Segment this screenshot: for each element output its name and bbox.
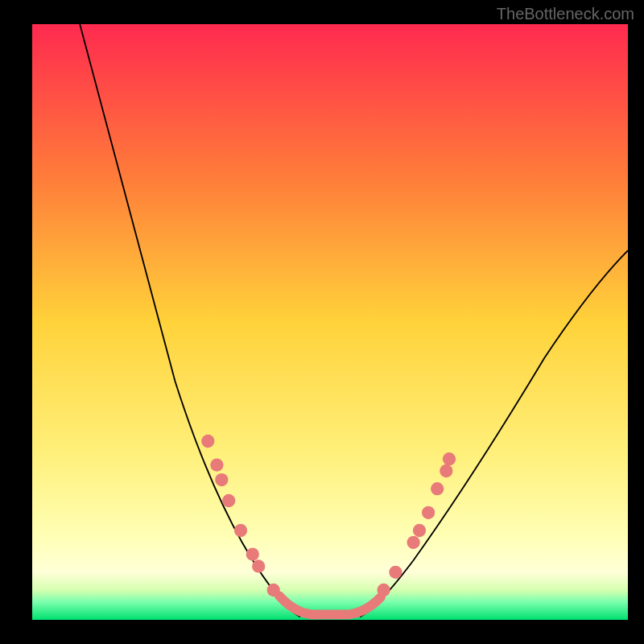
- marker-dot: [210, 458, 223, 471]
- marker-dot: [222, 494, 235, 507]
- curve-overlay: [32, 24, 628, 620]
- marker-dot: [443, 452, 456, 465]
- marker-dot: [201, 435, 214, 448]
- marker-dot: [440, 464, 452, 477]
- curve-right: [360, 250, 628, 617]
- marker-dot: [234, 524, 247, 537]
- plot-area: [32, 24, 628, 620]
- marker-dot: [267, 584, 280, 597]
- marker-dot: [246, 547, 259, 560]
- marker-dot: [377, 584, 390, 597]
- curve-left: [80, 24, 300, 617]
- curve-bottom-segment: [279, 596, 381, 614]
- marker-dot: [413, 524, 426, 537]
- marker-dot: [389, 566, 402, 579]
- marker-dot: [252, 559, 265, 572]
- marker-dot: [422, 506, 435, 519]
- marker-dot: [431, 482, 444, 495]
- marker-dot: [215, 473, 228, 486]
- marker-dot: [407, 536, 419, 549]
- watermark-text: TheBottleneck.com: [497, 5, 634, 23]
